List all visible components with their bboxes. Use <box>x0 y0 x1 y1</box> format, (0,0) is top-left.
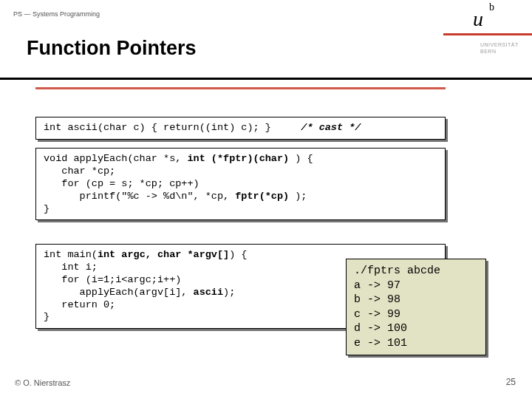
logo-u-letter: u <box>473 7 483 31</box>
course-label: PS — Systems Programming <box>13 10 100 18</box>
code-box-ascii: int ascii(char c) { return((int) c); } /… <box>35 117 446 140</box>
black-divider <box>0 78 532 80</box>
page-title: Function Pointers <box>27 37 197 60</box>
logo-red-bar <box>443 33 532 35</box>
output-box: ./fptrs abcde a -> 97 b -> 98 c -> 99 d … <box>346 259 486 355</box>
logo-b-letter: b <box>489 1 494 13</box>
code-box-applyeach: void applyEach(char *s, int (*fptr)(char… <box>35 148 446 220</box>
footer-copyright: © O. Nierstrasz <box>15 378 70 387</box>
footer-page-number: 25 <box>506 377 516 387</box>
university-logo: u b UNIVERSITÄTBERN <box>443 0 532 78</box>
red-divider <box>35 87 446 89</box>
header: PS — Systems Programming Function Pointe… <box>0 0 532 78</box>
university-name: UNIVERSITÄTBERN <box>480 41 519 55</box>
